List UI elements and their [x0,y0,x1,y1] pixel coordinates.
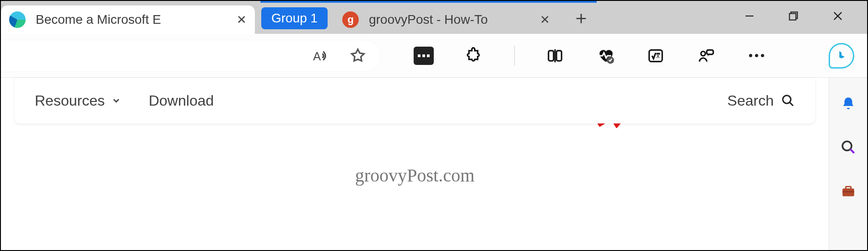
extensions-icon[interactable] [464,46,484,66]
new-tab-button[interactable]: ＋ [567,4,595,31]
minimize-button[interactable] [744,10,755,25]
download-link[interactable]: Download [149,92,214,109]
svg-rect-2 [789,13,796,20]
svg-rect-21 [846,187,851,189]
tab-group-chip[interactable]: Group 1 [261,7,328,29]
resources-dropdown[interactable]: Resources [35,92,121,109]
search-button[interactable]: Search [728,92,795,109]
sidebar-search-icon[interactable] [839,138,857,156]
download-label: Download [149,92,214,109]
svg-text:A: A [313,49,321,62]
svg-point-18 [842,141,852,150]
tab-group-label: Group 1 [271,11,318,26]
tab-active[interactable]: Become a Microsoft E ✕ [1,5,255,34]
browser-essentials-icon[interactable] [595,46,615,66]
watermark-text: groovyPost.com [15,165,815,186]
toolbar-actions: x [414,46,766,66]
restore-button[interactable] [787,10,799,25]
tab-group-indicator [260,1,597,3]
split-screen-icon[interactable] [545,46,565,66]
close-icon[interactable]: ✕ [540,13,550,27]
svg-line-17 [790,102,793,106]
browser-window: Become a Microsoft E ✕ Group 1 g groovyP… [1,1,867,250]
edge-favicon [9,11,26,28]
svg-line-19 [850,149,854,153]
search-label: Search [728,92,774,109]
notifications-bell-icon[interactable] [839,94,857,112]
window-controls [744,1,867,34]
tab-title: groovyPost - How-To [369,12,533,27]
svg-rect-10 [649,50,663,61]
password-extension-icon[interactable] [414,46,434,66]
tab-title: Become a Microsoft E [36,12,229,27]
svg-point-16 [783,96,791,104]
feedback-icon[interactable] [696,46,716,66]
svg-rect-7 [556,50,561,60]
more-icon[interactable] [746,46,766,66]
close-window-button[interactable] [831,10,844,26]
tools-briefcase-icon[interactable] [839,182,857,200]
toolbar-divider [514,46,515,66]
content-wrap: Resources Download Search groovyPost.com [1,78,867,250]
math-solver-icon[interactable]: x [646,46,666,66]
chevron-down-icon [111,96,121,106]
page-nav-bar: Resources Download Search [15,78,815,123]
tab-strip: Become a Microsoft E ✕ Group 1 g groovyP… [1,1,867,34]
read-aloud-icon[interactable]: A [310,46,330,66]
svg-point-13 [701,51,706,56]
bing-chat-icon[interactable] [829,43,854,69]
close-icon[interactable]: ✕ [237,13,247,27]
search-icon [781,94,795,107]
resources-label: Resources [35,92,105,109]
address-bar[interactable]: A [1,40,381,71]
svg-rect-14 [707,50,713,54]
toolbar: A x [1,34,867,78]
svg-rect-6 [549,50,554,60]
tab-second[interactable]: g groovyPost - How-To ✕ [334,5,558,34]
page-content: Resources Download Search groovyPost.com [1,78,829,250]
groovypost-favicon: g [342,11,359,28]
edge-sidebar [829,78,867,250]
favorite-star-icon[interactable] [348,46,368,66]
